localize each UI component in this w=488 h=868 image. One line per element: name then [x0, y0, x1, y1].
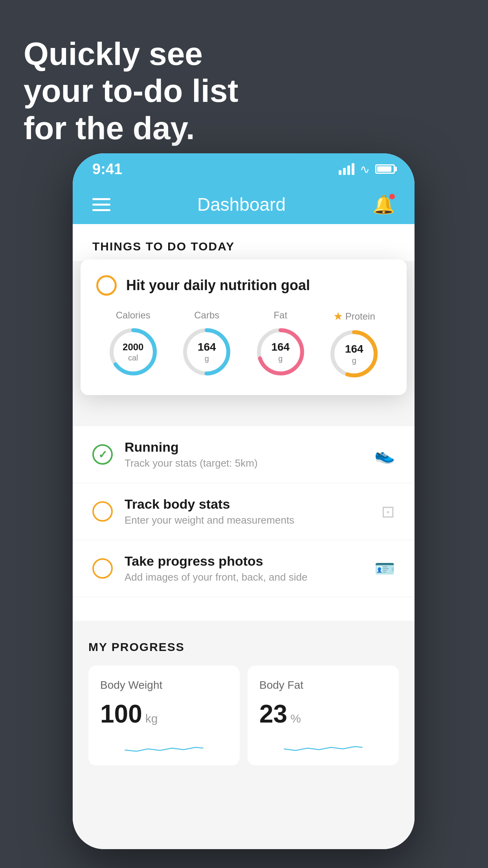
star-icon: ★ [333, 310, 343, 323]
progress-header: MY PROGRESS [88, 640, 399, 654]
body-weight-value-row: 100 kg [100, 699, 228, 728]
notification-dot [389, 194, 395, 199]
body-fat-unit: % [290, 712, 301, 725]
phone-frame: 9:41 ∿ Dashboard 🔔 [73, 153, 415, 849]
body-fat-title: Body Fat [259, 679, 387, 691]
body-weight-card: Body Weight 100 kg [88, 666, 240, 765]
hamburger-button[interactable] [92, 198, 110, 211]
running-title: Running [125, 440, 363, 455]
photos-title: Take progress photos [125, 554, 363, 569]
nutrition-card-header: Hit your daily nutrition goal [96, 275, 391, 296]
spacer [73, 597, 415, 621]
photos-subtitle: Add images of your front, back, and side [125, 571, 363, 583]
protein-label-row: ★ Protein [333, 310, 375, 323]
body-weight-title: Body Weight [100, 679, 228, 691]
nutrition-carbs: Carbs 164 g [181, 310, 232, 377]
running-check[interactable]: ✓ [92, 444, 113, 465]
protein-ring: 164 g [328, 328, 380, 379]
nav-bar: Dashboard 🔔 [73, 185, 415, 224]
fat-label: Fat [273, 310, 287, 321]
nutrition-calories: Calories 2000 cal [108, 310, 159, 377]
photos-text: Take progress photos Add images of your … [125, 554, 363, 583]
progress-section: MY PROGRESS Body Weight 100 kg Body Fat [73, 621, 415, 785]
person-icon: 🪪 [374, 559, 395, 578]
check-mark-icon: ✓ [98, 448, 107, 461]
body-weight-number: 100 [100, 699, 142, 728]
status-bar: 9:41 ∿ [73, 153, 415, 185]
body-weight-unit: kg [145, 712, 158, 725]
bell-icon[interactable]: 🔔 [372, 194, 395, 215]
signal-icon [339, 163, 354, 175]
running-subtitle: Track your stats (target: 5km) [125, 457, 363, 469]
todo-item-body-stats[interactable]: Track body stats Enter your weight and m… [73, 483, 415, 540]
nutrition-card-title: Hit your daily nutrition goal [126, 277, 310, 294]
body-stats-title: Track body stats [125, 497, 369, 512]
todo-list: ✓ Running Track your stats (target: 5km)… [73, 426, 415, 597]
body-stats-check[interactable] [92, 501, 113, 522]
calories-ring: 2000 cal [108, 326, 159, 377]
calories-value: 2000 cal [123, 342, 143, 362]
running-text: Running Track your stats (target: 5km) [125, 440, 363, 469]
nutrition-card: Hit your daily nutrition goal Calories 2… [81, 259, 407, 395]
protein-value: 164 g [345, 342, 363, 365]
carbs-ring: 164 g [181, 326, 232, 377]
status-time: 9:41 [92, 161, 122, 178]
photos-check[interactable] [92, 558, 113, 579]
progress-cards: Body Weight 100 kg Body Fat 23 % [88, 666, 399, 765]
phone-content: THINGS TO DO TODAY Hit your daily nutrit… [73, 224, 415, 849]
shoe-icon: 👟 [374, 445, 395, 464]
body-fat-chart [259, 736, 387, 756]
wifi-icon: ∿ [360, 162, 370, 176]
status-icons: ∿ [339, 162, 395, 176]
body-stats-text: Track body stats Enter your weight and m… [125, 497, 369, 526]
headline: Quickly see your to-do list for the day. [24, 35, 238, 147]
nav-title: Dashboard [197, 194, 286, 215]
headline-line3: for the day. [24, 110, 238, 147]
nutrition-protein: ★ Protein 164 g [328, 310, 380, 379]
nutrition-check-circle[interactable] [96, 275, 117, 296]
headline-line2: your to-do list [24, 72, 238, 109]
scale-icon: ⊡ [381, 502, 395, 521]
fat-ring: 164 g [255, 326, 306, 377]
todo-item-photos[interactable]: Take progress photos Add images of your … [73, 540, 415, 597]
things-section: THINGS TO DO TODAY [73, 224, 415, 261]
nutrition-fat: Fat 164 g [255, 310, 306, 377]
nutrition-circles: Calories 2000 cal Carbs [96, 310, 391, 379]
headline-line1: Quickly see [24, 35, 238, 72]
body-fat-value-row: 23 % [259, 699, 387, 728]
calories-label: Calories [116, 310, 150, 321]
body-weight-chart [100, 736, 228, 756]
battery-icon [375, 164, 395, 174]
things-header: THINGS TO DO TODAY [73, 224, 415, 261]
protein-label: Protein [345, 311, 375, 322]
fat-value: 164 g [271, 340, 290, 363]
body-stats-subtitle: Enter your weight and measurements [125, 514, 369, 526]
carbs-label: Carbs [194, 310, 219, 321]
body-fat-number: 23 [259, 699, 287, 728]
body-fat-card: Body Fat 23 % [248, 666, 399, 765]
todo-item-running[interactable]: ✓ Running Track your stats (target: 5km)… [73, 426, 415, 483]
carbs-value: 164 g [198, 340, 216, 363]
